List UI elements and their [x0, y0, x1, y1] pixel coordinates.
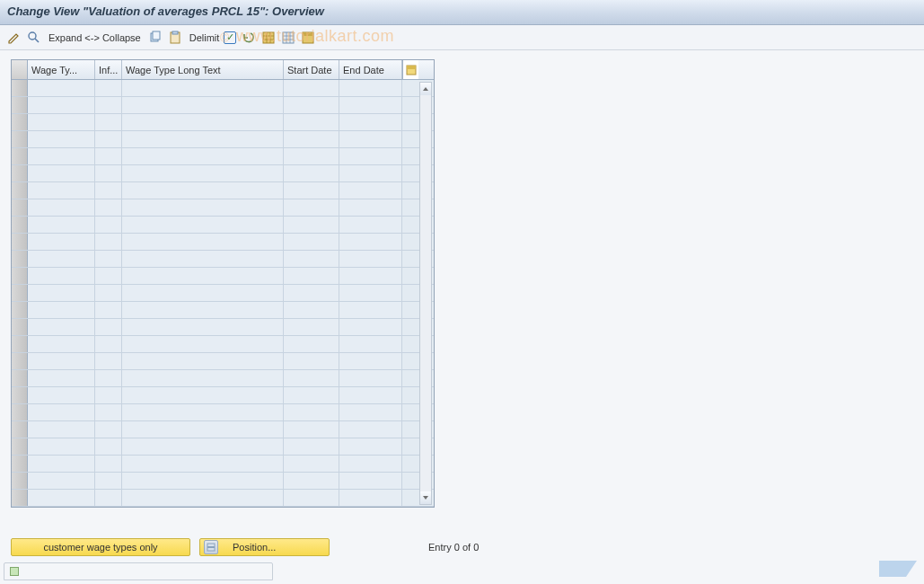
cell-wage-type[interactable]	[28, 251, 95, 267]
cell-start-date[interactable]	[284, 319, 339, 335]
table-row[interactable]	[12, 473, 434, 490]
cell-wage-type[interactable]	[28, 473, 95, 489]
cell-wage-type[interactable]	[28, 97, 95, 113]
table-row[interactable]	[12, 336, 434, 353]
row-selector[interactable]	[12, 114, 28, 130]
table-row[interactable]	[12, 251, 434, 268]
cell-start-date[interactable]	[284, 490, 339, 506]
cell-infotype[interactable]	[95, 438, 122, 455]
table-row[interactable]	[12, 404, 434, 421]
cell-start-date[interactable]	[284, 473, 339, 489]
cell-end-date[interactable]	[339, 319, 402, 335]
table-row[interactable]	[12, 148, 434, 165]
row-selector[interactable]	[12, 131, 28, 147]
table-row[interactable]	[12, 319, 434, 336]
cell-infotype[interactable]	[95, 421, 122, 438]
vertical-scrollbar[interactable]	[419, 82, 432, 505]
table-row[interactable]	[12, 285, 434, 302]
cell-wage-type[interactable]	[28, 387, 95, 403]
cell-start-date[interactable]	[284, 268, 339, 284]
cell-long-text[interactable]	[122, 131, 284, 147]
cell-infotype[interactable]	[95, 404, 122, 420]
cell-long-text[interactable]	[122, 421, 284, 438]
cell-end-date[interactable]	[339, 473, 402, 489]
cell-end-date[interactable]	[339, 234, 402, 250]
row-selector[interactable]	[12, 182, 28, 199]
row-selector[interactable]	[12, 421, 28, 438]
cell-wage-type[interactable]	[28, 165, 95, 181]
expand-collapse-button[interactable]: Expand <-> Collapse	[47, 32, 143, 43]
row-selector[interactable]	[12, 319, 28, 335]
cell-long-text[interactable]	[122, 319, 284, 335]
cell-start-date[interactable]	[284, 97, 339, 113]
cell-end-date[interactable]	[339, 97, 402, 113]
cell-start-date[interactable]	[284, 165, 339, 181]
cell-long-text[interactable]	[122, 370, 284, 386]
cell-end-date[interactable]	[339, 131, 402, 147]
cell-end-date[interactable]	[339, 114, 402, 130]
cell-long-text[interactable]	[122, 199, 284, 216]
row-selector[interactable]	[12, 404, 28, 420]
cell-long-text[interactable]	[122, 302, 284, 318]
cell-infotype[interactable]	[95, 456, 122, 472]
undo-icon[interactable]	[242, 31, 256, 45]
deselect-all-icon[interactable]	[281, 31, 295, 45]
table-row[interactable]	[12, 302, 434, 319]
cell-start-date[interactable]	[284, 182, 339, 199]
cell-wage-type[interactable]	[28, 438, 95, 455]
cell-end-date[interactable]	[339, 302, 402, 318]
cell-infotype[interactable]	[95, 370, 122, 386]
cell-start-date[interactable]	[284, 302, 339, 318]
cell-start-date[interactable]	[284, 114, 339, 130]
row-selector[interactable]	[12, 199, 28, 216]
table-settings-icon[interactable]	[301, 31, 315, 45]
cell-wage-type[interactable]	[28, 131, 95, 147]
cell-wage-type[interactable]	[28, 285, 95, 301]
cell-start-date[interactable]	[284, 251, 339, 267]
row-selector[interactable]	[12, 148, 28, 164]
cell-wage-type[interactable]	[28, 456, 95, 472]
table-row[interactable]	[12, 421, 434, 438]
cell-start-date[interactable]	[284, 438, 339, 455]
cell-infotype[interactable]	[95, 234, 122, 250]
cell-start-date[interactable]	[284, 421, 339, 438]
cell-long-text[interactable]	[122, 404, 284, 420]
cell-start-date[interactable]	[284, 148, 339, 164]
cell-start-date[interactable]	[284, 353, 339, 369]
cell-long-text[interactable]	[122, 285, 284, 301]
cell-wage-type[interactable]	[28, 182, 95, 199]
table-row[interactable]	[12, 199, 434, 217]
column-infotype[interactable]: Inf...	[95, 60, 122, 79]
row-selector[interactable]	[12, 473, 28, 489]
row-selector[interactable]	[12, 251, 28, 267]
cell-start-date[interactable]	[284, 285, 339, 301]
row-selector[interactable]	[12, 217, 28, 233]
select-all-column[interactable]	[12, 60, 28, 79]
cell-infotype[interactable]	[95, 182, 122, 199]
table-row[interactable]	[12, 217, 434, 234]
cell-infotype[interactable]	[95, 251, 122, 267]
row-selector[interactable]	[12, 234, 28, 250]
cell-end-date[interactable]	[339, 285, 402, 301]
cell-long-text[interactable]	[122, 251, 284, 267]
cell-wage-type[interactable]	[28, 404, 95, 420]
cell-long-text[interactable]	[122, 268, 284, 284]
cell-end-date[interactable]	[339, 182, 402, 199]
copy-icon[interactable]	[148, 31, 163, 45]
row-selector[interactable]	[12, 302, 28, 318]
toggle-edit-icon[interactable]	[7, 31, 22, 45]
table-row[interactable]	[12, 97, 434, 114]
row-selector[interactable]	[12, 456, 28, 472]
cell-infotype[interactable]	[95, 336, 122, 352]
cell-long-text[interactable]	[122, 80, 284, 96]
cell-infotype[interactable]	[95, 80, 122, 96]
cell-wage-type[interactable]	[28, 421, 95, 438]
cell-wage-type[interactable]	[28, 336, 95, 352]
scroll-down-icon[interactable]	[420, 491, 431, 504]
row-selector[interactable]	[12, 370, 28, 386]
table-row[interactable]	[12, 268, 434, 285]
row-selector[interactable]	[12, 353, 28, 369]
row-selector[interactable]	[12, 165, 28, 181]
cell-wage-type[interactable]	[28, 148, 95, 164]
cell-infotype[interactable]	[95, 131, 122, 147]
